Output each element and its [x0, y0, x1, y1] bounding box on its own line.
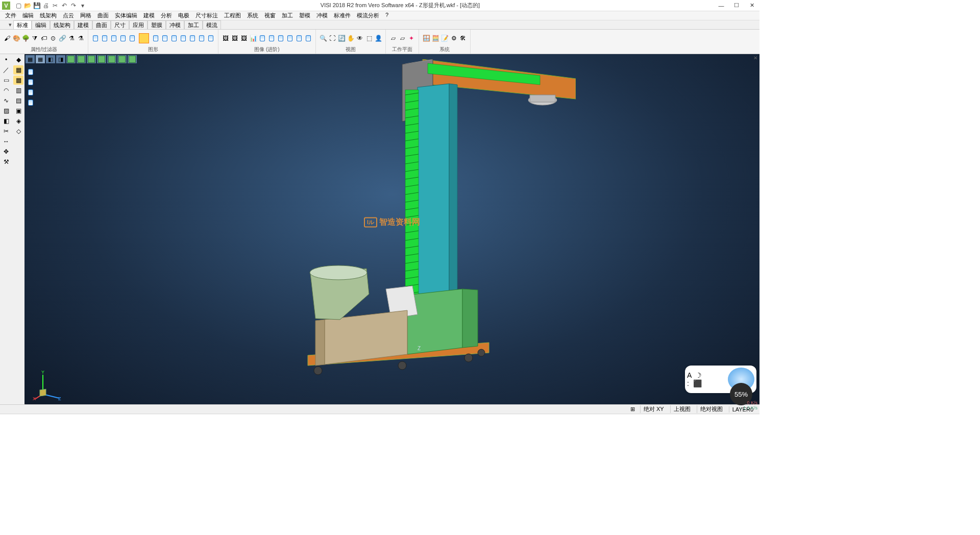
cyl-e-icon[interactable]	[295, 34, 303, 42]
menu-window[interactable]: 视窗	[261, 11, 279, 20]
grid-icon[interactable]: ⊞	[629, 406, 637, 413]
menu-edit[interactable]: 编辑	[19, 11, 37, 20]
zoom-icon[interactable]: 🔍	[319, 34, 327, 42]
tool-r1-icon[interactable]: ◆	[13, 55, 23, 64]
cube-big-icon[interactable]	[137, 32, 151, 45]
tab-modeling[interactable]: 建模	[74, 20, 92, 29]
tool-r5-icon[interactable]: ▤	[13, 96, 23, 105]
user-icon[interactable]: 👤	[374, 34, 382, 42]
tab-machining[interactable]: 加工	[184, 20, 203, 29]
menu-dimension[interactable]: 尺寸标注	[192, 11, 221, 20]
filter2-icon[interactable]: ⚗	[77, 34, 85, 42]
hide-icon[interactable]: 👁	[356, 34, 364, 42]
cyl5-icon[interactable]	[128, 34, 136, 42]
menu-flow[interactable]: 模流分析	[354, 11, 382, 20]
tab-die[interactable]: 冲模	[166, 20, 184, 29]
funnel-icon[interactable]: ⧩	[31, 34, 39, 42]
cyl4-icon[interactable]	[119, 34, 127, 42]
tool-r4-icon[interactable]: ▥	[13, 86, 23, 95]
menu-file[interactable]: 文件	[2, 11, 19, 20]
status-absview[interactable]: 绝对视图	[697, 405, 726, 413]
tab-mould[interactable]: 塑膜	[148, 20, 166, 29]
menu-analysis[interactable]: 分析	[158, 11, 175, 20]
cyl-a-icon[interactable]	[258, 34, 266, 42]
rotate-icon[interactable]: 🔄	[337, 34, 346, 42]
tool-curve-icon[interactable]: ∿	[1, 96, 11, 105]
maximize-button[interactable]: ☐	[729, 1, 744, 11]
tab-dropdown-icon[interactable]: ▾	[7, 20, 13, 29]
tool-surf-icon[interactable]: ▨	[1, 106, 11, 115]
vmode-11[interactable]	[128, 55, 137, 63]
viewport-close-icon[interactable]: ✕	[753, 55, 757, 61]
vp-cyl4-icon[interactable]	[26, 98, 36, 107]
cyl2-icon[interactable]	[101, 34, 109, 42]
img4-icon[interactable]: 📊	[249, 34, 257, 42]
img1-icon[interactable]: 🖼	[222, 34, 230, 42]
plane1-icon[interactable]: ▱	[389, 34, 397, 42]
vmode-4[interactable]: ◨	[56, 55, 65, 63]
tool-r2-icon[interactable]: ▦	[13, 65, 23, 75]
tool-rect-icon[interactable]: ▭	[1, 76, 11, 85]
vp-cyl1-icon[interactable]	[26, 67, 36, 77]
tab-flow[interactable]: 模流	[203, 20, 221, 29]
plane2-icon[interactable]: ▱	[398, 34, 406, 42]
tab-surface[interactable]: 曲面	[92, 20, 111, 29]
print-icon[interactable]: 🖨	[42, 2, 50, 10]
cyl-f-icon[interactable]	[304, 34, 312, 42]
tree-icon[interactable]: 🌳	[21, 34, 30, 42]
vmode-10[interactable]	[117, 55, 127, 63]
cyl8-icon[interactable]	[170, 34, 178, 42]
tool-r8-icon[interactable]: ◇	[13, 127, 23, 136]
vmode-9[interactable]	[107, 55, 116, 63]
menu-modeling[interactable]: 建模	[140, 11, 158, 20]
dropdown-icon[interactable]: ▾	[79, 2, 87, 10]
menu-pointcloud[interactable]: 点云	[60, 11, 77, 20]
tool-point-icon[interactable]: •	[1, 55, 11, 64]
tool-trim-icon[interactable]: ✂	[1, 127, 11, 136]
ime-widget[interactable]: A ☽: ⬛ 55% 0 K/s ↓ 1.3 K/s	[685, 366, 756, 393]
menu-surface[interactable]: 曲面	[94, 11, 112, 20]
img3-icon[interactable]: 🖼	[240, 34, 248, 42]
node-icon[interactable]: ⊙	[49, 34, 57, 42]
cfg-icon[interactable]: 🛠	[459, 34, 467, 42]
menu-solidedit[interactable]: 实体编辑	[112, 11, 140, 20]
calc-icon[interactable]: 🧮	[431, 34, 439, 42]
vp-cyl3-icon[interactable]	[26, 88, 36, 97]
cyl10-icon[interactable]	[188, 34, 197, 42]
pan-icon[interactable]: ✋	[347, 34, 355, 42]
minimize-button[interactable]: —	[714, 1, 729, 11]
tab-standard[interactable]: 标准	[13, 20, 32, 29]
axis3-icon[interactable]: ✦	[407, 34, 415, 42]
menu-standard[interactable]: 标准件	[331, 11, 354, 20]
cyl-d-icon[interactable]	[286, 34, 294, 42]
tag-icon[interactable]: 🏷	[40, 34, 48, 42]
cyl11-icon[interactable]	[198, 34, 206, 42]
menu-drawing[interactable]: 工程图	[221, 11, 244, 20]
menu-die[interactable]: 冲模	[313, 11, 331, 20]
gear-icon[interactable]: ⚙	[450, 34, 458, 42]
select-icon[interactable]: ⬚	[365, 34, 373, 42]
tab-edit[interactable]: 编辑	[32, 20, 50, 29]
filter-icon[interactable]: ⚗	[67, 34, 76, 42]
redo-icon[interactable]: ↷	[69, 2, 78, 10]
cyl1-icon[interactable]	[91, 34, 100, 42]
status-topview[interactable]: 上视图	[670, 405, 694, 413]
cyl3-icon[interactable]	[110, 34, 118, 42]
cyl-c-icon[interactable]	[277, 34, 285, 42]
brush-icon[interactable]: 🖌	[3, 34, 11, 42]
menu-help[interactable]: ?	[382, 11, 391, 20]
status-abs[interactable]: 绝对 XY	[640, 405, 667, 413]
tool-line-icon[interactable]: ／	[1, 65, 11, 75]
menu-wireframe[interactable]: 线架构	[37, 11, 60, 20]
menu-mould[interactable]: 塑模	[296, 11, 313, 20]
cyl9-icon[interactable]	[179, 34, 187, 42]
vmode-3[interactable]: ◧	[46, 55, 55, 63]
menu-machining[interactable]: 加工	[279, 11, 296, 20]
undo-icon[interactable]: ↶	[60, 2, 68, 10]
palette-icon[interactable]: 🎨	[12, 34, 20, 42]
tab-wireframe[interactable]: 线架构	[50, 20, 74, 29]
tool-r7-icon[interactable]: ◈	[13, 116, 23, 126]
menu-electrode[interactable]: 电极	[175, 11, 192, 20]
link-icon[interactable]: 🔗	[58, 34, 66, 42]
vmode-7[interactable]	[87, 55, 96, 63]
